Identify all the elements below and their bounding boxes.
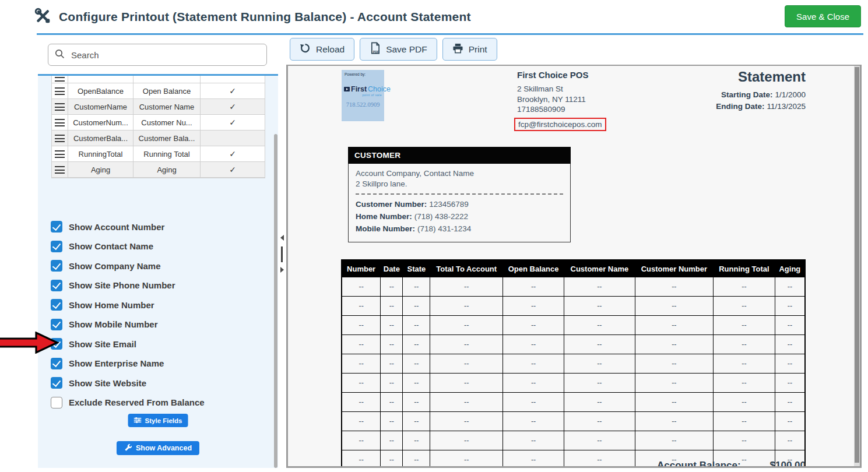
drag-handle-icon[interactable] — [55, 77, 65, 83]
checkbox[interactable] — [51, 319, 62, 330]
field-name: CustomerNum... — [68, 115, 133, 130]
checkbox-item[interactable]: Show Company Name — [51, 260, 205, 272]
drag-handle-icon[interactable] — [55, 166, 65, 174]
dashed-divider — [356, 193, 563, 195]
checkbox-item[interactable]: Show Site Email — [51, 338, 205, 350]
statement-cell: -- — [403, 316, 430, 335]
statement-cell: -- — [381, 412, 403, 431]
checkbox-label: Show Account Number — [69, 222, 164, 232]
statement-cell: -- — [342, 335, 381, 354]
reload-button[interactable]: Reload — [290, 38, 354, 61]
statement-column-header: State — [403, 260, 430, 277]
statement-cell: -- — [342, 277, 381, 297]
statement-cell: -- — [714, 297, 775, 316]
print-button[interactable]: Print — [442, 38, 497, 61]
checkbox-item[interactable]: Exclude Reserved From Balance — [51, 397, 205, 408]
field-visible-check[interactable] — [201, 131, 265, 146]
check-icon — [52, 221, 61, 230]
statement-cell: -- — [775, 431, 805, 450]
checkbox[interactable] — [51, 397, 62, 408]
preview-scrollbar-thumb[interactable] — [855, 67, 859, 463]
field-visible-check[interactable]: ✓ — [201, 146, 265, 161]
field-row[interactable]: CustomerBala...Customer Bala... — [52, 131, 265, 146]
printer-icon — [452, 43, 463, 56]
search-box[interactable] — [48, 44, 267, 66]
checkbox-item[interactable]: Show Contact Name — [51, 241, 205, 252]
statement-cell: -- — [714, 335, 775, 354]
field-row[interactable]: AgingAging✓ — [52, 162, 265, 178]
customer-box-header: CUSTOMER — [348, 147, 571, 164]
statement-cell: -- — [403, 374, 430, 393]
company-logo: Powered by: FirstChoice point of sale 71… — [342, 70, 384, 121]
checkbox-label: Show Site Website — [69, 378, 146, 388]
field-row[interactable]: CustomerNameCustomer Name✓ — [52, 99, 265, 115]
checkbox[interactable] — [51, 221, 62, 233]
save-pdf-button[interactable]: PDF Save PDF — [360, 38, 437, 61]
statement-cell: -- — [503, 374, 564, 393]
preview-toolbar: Reload PDF Save PDF — [290, 38, 497, 61]
field-visible-check[interactable]: ✓ — [201, 83, 265, 98]
show-advanced-button[interactable]: Show Advanced — [117, 441, 199, 455]
drag-handle-cell — [52, 131, 68, 146]
statement-cell: -- — [564, 431, 635, 450]
statement-table-row: ------------------ — [342, 277, 805, 297]
checkbox[interactable] — [51, 299, 62, 311]
drag-handle-icon[interactable] — [55, 87, 65, 95]
splitter-handle[interactable] — [281, 246, 283, 262]
drag-handle-cell — [52, 115, 68, 130]
field-row-partial[interactable] — [52, 76, 265, 83]
checkbox[interactable] — [51, 241, 62, 252]
collapse-left-icon[interactable] — [280, 235, 284, 241]
sidebar-scrollbar[interactable] — [274, 134, 277, 468]
checkbox-item[interactable]: Show Enterprise Name — [51, 358, 205, 369]
company-name: First Choice POS — [517, 70, 606, 80]
checkbox[interactable] — [51, 358, 62, 369]
checkbox-item[interactable]: Show Mobile Number — [51, 319, 205, 330]
statement-cell: -- — [430, 450, 503, 469]
statement-cell: -- — [381, 393, 403, 412]
style-fields-button[interactable]: Style Fields — [128, 414, 188, 427]
checkbox-item[interactable]: Show Site Phone Number — [51, 280, 205, 291]
statement-cell: -- — [635, 297, 713, 316]
customer-box-body: Account Company, Contact Name 2 Skillpro… — [348, 164, 571, 242]
drag-handle-cell — [52, 146, 68, 161]
statement-cell: -- — [403, 335, 430, 354]
checkbox-item[interactable]: Show Site Website — [51, 377, 205, 389]
field-visible-check[interactable]: ✓ — [201, 162, 265, 177]
checkbox-item[interactable]: Show Account Number — [51, 221, 205, 233]
preview-scrollbar[interactable] — [854, 66, 860, 466]
statement-cell: -- — [775, 393, 805, 412]
account-balance-line: Account Balance: $100.00 — [657, 460, 806, 468]
check-icon — [52, 241, 61, 250]
checkbox-label: Show Contact Name — [69, 241, 153, 251]
statement-meta: Statement Starting Date:1/1/2000 Ending … — [716, 69, 806, 112]
checkbox[interactable] — [51, 338, 62, 350]
field-row[interactable]: CustomerNum...Customer Nu...✓ — [52, 115, 265, 131]
search-input[interactable] — [70, 50, 260, 61]
field-visible-check[interactable]: ✓ — [201, 99, 265, 114]
field-visible-check[interactable]: ✓ — [201, 115, 265, 130]
statement-column-header: Number — [342, 260, 381, 277]
check-icon — [52, 260, 61, 269]
statement-cell: -- — [775, 354, 805, 374]
field-row[interactable]: OpenBalanceOpen Balance✓ — [52, 83, 265, 99]
collapse-right-icon[interactable] — [280, 267, 284, 273]
drag-handle-icon[interactable] — [55, 103, 65, 111]
panel-splitter[interactable] — [278, 35, 286, 468]
field-row[interactable]: RunningTotalRunning Total✓ — [52, 146, 265, 162]
statement-column-header: Total To Account — [430, 260, 503, 277]
statement-cell: -- — [342, 393, 381, 412]
statement-cell: -- — [714, 431, 775, 450]
checkbox[interactable] — [51, 280, 62, 291]
statement-cell: -- — [564, 297, 635, 316]
save-close-button[interactable]: Save & Close — [785, 5, 861, 27]
checkbox[interactable] — [51, 377, 62, 389]
drag-handle-icon[interactable] — [55, 119, 65, 126]
checkbox-item[interactable]: Show Home Number — [51, 299, 205, 311]
statement-cell: -- — [381, 316, 403, 335]
drag-handle-icon[interactable] — [55, 150, 65, 158]
drag-handle-cell — [52, 162, 68, 177]
page-title: Configure Printout (Statement Running Ba… — [59, 10, 471, 24]
drag-handle-icon[interactable] — [55, 135, 65, 142]
checkbox[interactable] — [51, 260, 62, 272]
